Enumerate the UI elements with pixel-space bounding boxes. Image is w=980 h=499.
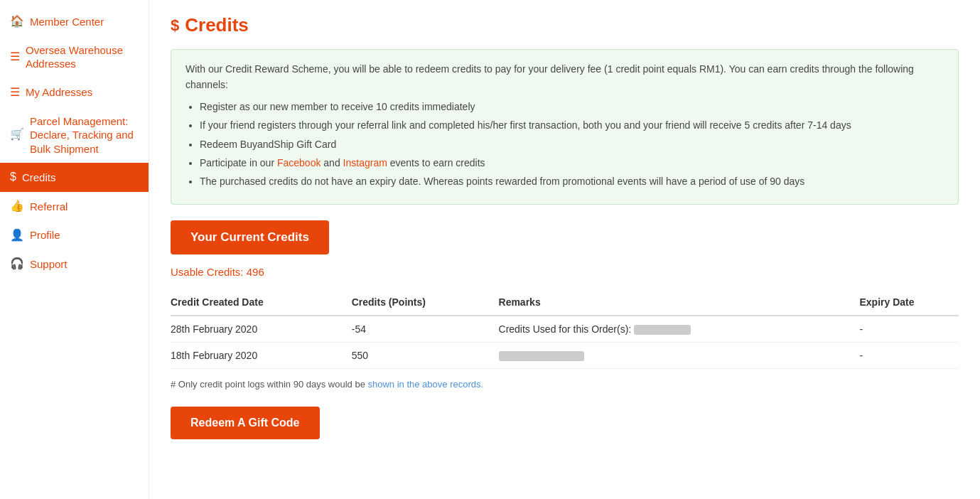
note-highlight: shown in the above records. (368, 379, 484, 390)
page-title: $ Credits (171, 14, 959, 36)
row1-date: 28th February 2020 (171, 316, 352, 343)
sidebar-item-member-center[interactable]: 🏠 Member Center (0, 7, 149, 36)
row1-expiry: - (860, 316, 959, 343)
row1-remarks: Credits Used for this Order(s): (499, 316, 860, 343)
dollar-icon: $ (10, 170, 16, 185)
support-icon: 🎧 (10, 257, 24, 272)
list-icon-warehouse: ☰ (10, 50, 20, 65)
sidebar-item-my-addresses[interactable]: ☰ My Addresses (0, 78, 149, 107)
row2-remarks (499, 343, 860, 369)
list-icon-addresses: ☰ (10, 85, 20, 100)
row2-expiry: - (860, 343, 959, 369)
sidebar-label-parcel-management: Parcel Management: Declare, Tracking and… (30, 114, 139, 156)
credits-table: Credit Created Date Credits (Points) Rem… (171, 291, 959, 370)
credits-dollar-icon: $ (171, 16, 179, 35)
col-header-remarks: Remarks (499, 291, 860, 316)
sidebar-label-credits: Credits (22, 171, 56, 185)
page-title-text: Credits (185, 14, 249, 36)
info-item-5: The purchased credits do not have an exp… (200, 173, 944, 189)
info-item-3: Redeem BuyandShip Gift Card (200, 136, 944, 152)
user-icon: 👤 (10, 228, 24, 243)
home-icon: 🏠 (10, 14, 24, 29)
info-item-4: Participate in our Facebook and Instagra… (200, 155, 944, 171)
sidebar-item-credits[interactable]: $ Credits (0, 163, 149, 192)
cart-icon: 🛒 (10, 127, 24, 142)
info-intro: With our Credit Reward Scheme, you will … (185, 63, 914, 90)
info-item-1: Register as our new member to receive 10… (200, 99, 944, 114)
info-list: Register as our new member to receive 10… (185, 99, 944, 190)
instagram-link[interactable]: Instagram (343, 157, 387, 168)
col-header-points: Credits (Points) (352, 291, 499, 316)
sidebar-label-oversea-warehouse: Oversea Warehouse Addresses (26, 43, 139, 71)
col-header-date: Credit Created Date (171, 291, 352, 316)
info-box: With our Credit Reward Scheme, you will … (171, 49, 959, 205)
sidebar-label-profile: Profile (30, 228, 60, 242)
row2-redacted (499, 351, 584, 361)
redeem-gift-code-button[interactable]: Redeem A Gift Code (171, 407, 320, 439)
sidebar-label-referral: Referral (30, 200, 68, 214)
sidebar-item-profile[interactable]: 👤 Profile (0, 221, 149, 250)
row1-remarks-text: Credits Used for this Order(s): (499, 323, 632, 335)
sidebar-label-my-addresses: My Addresses (26, 85, 92, 100)
sidebar-item-support[interactable]: 🎧 Support (0, 249, 149, 279)
row1-redacted (634, 325, 691, 335)
sidebar: 🏠 Member Center ☰ Oversea Warehouse Addr… (0, 0, 149, 499)
sidebar-label-support: Support (30, 257, 68, 272)
current-credits-button[interactable]: Your Current Credits (171, 220, 329, 254)
sidebar-item-oversea-warehouse[interactable]: ☰ Oversea Warehouse Addresses (0, 36, 149, 78)
table-row: 18th February 2020 550 - (171, 343, 959, 369)
row2-points: 550 (352, 343, 499, 369)
thumbs-up-icon: 👍 (10, 199, 24, 214)
row1-points: -54 (352, 316, 499, 343)
facebook-link[interactable]: Facebook (277, 157, 321, 168)
usable-credits: Usable Credits: 496 (171, 266, 959, 278)
col-header-expiry: Expiry Date (860, 291, 959, 316)
credits-note: # Only credit point logs within 90 days … (171, 379, 959, 390)
table-row: 28th February 2020 -54 Credits Used for … (171, 316, 959, 343)
row2-date: 18th February 2020 (171, 343, 352, 369)
sidebar-item-parcel-management[interactable]: 🛒 Parcel Management: Declare, Tracking a… (0, 107, 149, 163)
sidebar-item-referral[interactable]: 👍 Referral (0, 192, 149, 221)
info-item-2: If your friend registers through your re… (200, 117, 944, 133)
main-content: $ Credits With our Credit Reward Scheme,… (149, 0, 980, 499)
sidebar-label-member-center: Member Center (30, 15, 104, 29)
